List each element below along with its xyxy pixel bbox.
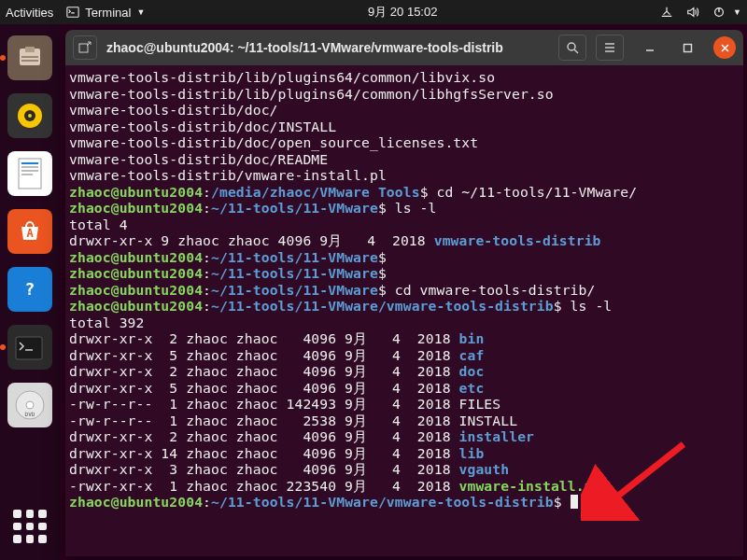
dvd-disc-icon: DVD (13, 388, 47, 422)
svg-rect-5 (25, 47, 35, 52)
svg-rect-10 (21, 162, 38, 164)
menu-button[interactable] (596, 35, 624, 61)
dock-writer[interactable] (7, 151, 52, 196)
minimize-button[interactable] (639, 36, 661, 59)
svg-rect-4 (21, 60, 38, 62)
close-button[interactable] (713, 36, 736, 59)
volume-icon (686, 6, 699, 19)
clock[interactable]: 9月 20 15:02 (145, 4, 660, 21)
new-tab-icon (78, 41, 92, 54)
dock-terminal[interactable] (7, 325, 52, 370)
status-menu[interactable]: ▼ (660, 6, 741, 19)
svg-rect-12 (21, 170, 38, 172)
dock: A ? DVD (0, 24, 60, 560)
svg-text:A: A (26, 227, 34, 240)
shopping-bag-icon: A (16, 217, 44, 245)
show-applications-button[interactable] (9, 506, 50, 547)
files-icon (16, 45, 44, 71)
power-icon (712, 6, 726, 19)
chevron-down-icon: ▼ (136, 7, 145, 17)
svg-rect-11 (21, 166, 38, 168)
terminal-window: zhaoc@ubuntu2004: ~/11-tools/11-VMware/v… (65, 30, 743, 556)
search-button[interactable] (558, 35, 586, 61)
activities-button[interactable]: Activities (6, 6, 53, 20)
hamburger-icon (603, 41, 616, 54)
maximize-icon (683, 43, 693, 53)
document-icon (15, 157, 45, 190)
svg-text:DVD: DVD (25, 411, 35, 417)
terminal-content[interactable]: vmware-tools-distrib/lib/plugins64/commo… (65, 65, 743, 512)
help-icon: ? (16, 275, 44, 303)
speaker-icon (14, 100, 46, 132)
chevron-down-icon: ▼ (733, 7, 741, 17)
dock-files[interactable] (7, 35, 52, 80)
svg-rect-17 (16, 337, 42, 359)
dock-software[interactable]: A (7, 209, 52, 254)
titlebar: zhaoc@ubuntu2004: ~/11-tools/11-VMware/v… (65, 30, 743, 65)
svg-point-22 (568, 43, 575, 50)
svg-rect-3 (21, 56, 38, 58)
app-menu-label: Terminal (85, 6, 131, 20)
svg-rect-0 (67, 7, 78, 18)
dock-rhythmbox[interactable] (7, 93, 52, 138)
dock-disc[interactable]: DVD (7, 383, 52, 427)
close-icon (720, 43, 730, 53)
svg-text:?: ? (25, 279, 35, 299)
new-tab-button[interactable] (73, 35, 97, 60)
terminal-icon (14, 335, 44, 361)
app-menu[interactable]: Terminal ▼ (66, 6, 145, 20)
svg-point-8 (28, 114, 32, 118)
minimize-icon (644, 42, 655, 53)
dock-help[interactable]: ? (7, 267, 52, 312)
terminal-app-icon (66, 6, 79, 19)
svg-point-19 (26, 401, 34, 409)
window-title: zhaoc@ubuntu2004: ~/11-tools/11-VMware/v… (106, 40, 549, 55)
svg-rect-21 (79, 44, 88, 52)
network-icon (660, 6, 673, 19)
svg-rect-23 (684, 44, 691, 51)
search-icon (566, 41, 579, 54)
maximize-button[interactable] (676, 36, 698, 59)
svg-rect-13 (21, 174, 33, 175)
gnome-topbar: Activities Terminal ▼ 9月 20 15:02 ▼ (0, 0, 747, 24)
